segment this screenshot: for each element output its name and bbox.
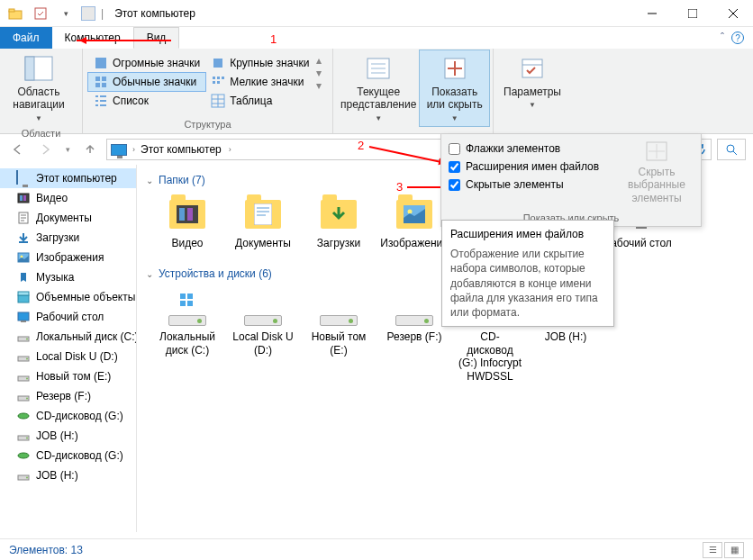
- sidebar-item[interactable]: Локальный диск (C:): [0, 327, 136, 347]
- tab-file[interactable]: Файл: [0, 27, 52, 49]
- svg-rect-58: [187, 301, 193, 306]
- sidebar-item[interactable]: Объемные объекты: [0, 287, 136, 307]
- sidebar-item[interactable]: Документы: [0, 208, 136, 228]
- options-label: Параметры: [504, 86, 561, 98]
- sidebar-item[interactable]: Музыка: [0, 267, 136, 287]
- sidebar-item[interactable]: CD-дисковод (G:): [0, 406, 136, 426]
- history-dropdown[interactable]: ▾: [61, 139, 74, 160]
- show-hide-icon: [440, 54, 469, 83]
- icons-view-button[interactable]: ▦: [724, 542, 744, 558]
- sidebar-item[interactable]: Новый том (E:): [0, 366, 136, 386]
- sidebar-item[interactable]: CD-дисковод (G:): [0, 446, 136, 465]
- svg-rect-16: [217, 81, 220, 84]
- folder-item[interactable]: Изображения: [378, 192, 450, 253]
- back-button[interactable]: [7, 139, 29, 160]
- folder-item[interactable]: Видео: [151, 192, 223, 253]
- drive-item[interactable]: Local Disk U (D:): [227, 285, 299, 386]
- check-label: Скрытые элементы: [466, 178, 564, 191]
- sidebar-icon: [16, 290, 31, 304]
- layout-table[interactable]: Таблица: [205, 92, 314, 110]
- tab-computer[interactable]: Компьютер: [52, 27, 133, 49]
- status-text: Элементов: 13: [9, 544, 83, 556]
- layout-huge-icons[interactable]: Огромные значки: [88, 54, 205, 72]
- layout-normal-icons[interactable]: Обычные значки: [88, 73, 205, 91]
- drive-item[interactable]: Новый том (E:): [303, 285, 375, 386]
- dropdown-icon: ▼: [375, 114, 382, 123]
- check-hidden-items[interactable]: Скрытые элементы: [449, 176, 605, 194]
- options-button[interactable]: Параметры ▼: [497, 50, 567, 113]
- details-view-button[interactable]: ☰: [703, 542, 722, 558]
- scroll-up-icon[interactable]: ▴: [316, 54, 322, 67]
- search-input[interactable]: [717, 139, 746, 160]
- sidebar-label: Объемные объекты: [36, 291, 135, 303]
- drive-item[interactable]: Резерв (F:): [378, 285, 450, 386]
- pc-icon: [81, 6, 95, 21]
- folder-icon: [317, 195, 360, 233]
- show-hide-button[interactable]: Показать или скрыть ▼: [420, 50, 489, 126]
- dropdown-icon: ▼: [35, 114, 42, 123]
- sidebar-item[interactable]: Local Disk U (D:): [0, 347, 136, 366]
- drive-icon: [241, 289, 285, 327]
- item-label: Новый том (E:): [306, 330, 371, 357]
- sidebar-item[interactable]: Видео: [0, 188, 136, 208]
- tab-view[interactable]: Вид: [133, 27, 180, 49]
- item-label: JOB (H:): [545, 330, 587, 343]
- drive-item[interactable]: Локальный диск (C:): [151, 285, 223, 386]
- help-icon[interactable]: ?: [731, 32, 744, 44]
- folder-item[interactable]: Загрузки: [303, 192, 375, 253]
- window-title: Этот компьютер: [114, 7, 195, 20]
- drive-icon: [393, 289, 436, 327]
- layout-list[interactable]: Список: [88, 92, 205, 110]
- sidebar-label: Видео: [36, 192, 68, 204]
- up-button[interactable]: [79, 139, 101, 160]
- current-view-button[interactable]: Текущее представление ▼: [337, 50, 420, 126]
- svg-point-38: [26, 378, 28, 380]
- sidebar-item[interactable]: Рабочий стол: [0, 307, 136, 327]
- svg-rect-2: [35, 8, 46, 19]
- sidebar-item[interactable]: Изображения: [0, 248, 136, 267]
- check-file-extensions[interactable]: Расширения имен файлов: [449, 158, 605, 176]
- collapse-ribbon-icon[interactable]: ˆ: [721, 32, 724, 44]
- expand-icon[interactable]: ▾: [316, 79, 322, 92]
- check-item-flags[interactable]: Флажки элементов: [449, 140, 605, 158]
- sidebar-item[interactable]: JOB (H:): [0, 426, 136, 446]
- breadcrumb-this-pc[interactable]: Этот компьютер›: [141, 143, 231, 156]
- svg-rect-14: [222, 77, 224, 79]
- layout-small-icons[interactable]: Мелкие значки: [205, 73, 314, 91]
- svg-rect-25: [23, 195, 26, 201]
- qat-properties[interactable]: [31, 4, 50, 23]
- sidebar-item[interactable]: Резерв (F:): [0, 386, 136, 406]
- close-button[interactable]: [712, 0, 753, 27]
- chevron-right-icon[interactable]: ›: [132, 145, 135, 154]
- titlebar: ▾ | Этот компьютер: [0, 0, 753, 27]
- check-label: Расширения имен файлов: [466, 160, 599, 173]
- checkbox[interactable]: [449, 143, 460, 155]
- sidebar-label: Документы: [36, 212, 92, 224]
- navigation-pane-button[interactable]: Область навигации ▼: [4, 50, 74, 126]
- folder-item[interactable]: Документы: [227, 192, 299, 253]
- arrow-1: [77, 40, 171, 41]
- sidebar-icon: [16, 171, 31, 185]
- maximize-button[interactable]: [672, 0, 712, 27]
- sidebar-item[interactable]: Загрузки: [0, 228, 136, 248]
- folder-icon: [5, 4, 25, 23]
- sidebar-item[interactable]: JOB (H:): [0, 465, 136, 485]
- layout-label: Таблица: [230, 95, 272, 107]
- forward-button[interactable]: [34, 139, 56, 160]
- scroll-down-icon[interactable]: ▾: [316, 67, 322, 79]
- sidebar-item[interactable]: Этот компьютер: [0, 168, 136, 188]
- svg-rect-48: [179, 208, 185, 221]
- checkbox[interactable]: [449, 179, 460, 191]
- sidebar-icon: [16, 191, 31, 205]
- qat-dropdown[interactable]: ▾: [56, 4, 76, 23]
- svg-point-52: [408, 210, 413, 214]
- checkbox[interactable]: [449, 161, 460, 173]
- layout-large-icons[interactable]: Крупные значки: [205, 54, 314, 72]
- chevron-right-icon[interactable]: ›: [229, 145, 231, 154]
- sidebar-icon: [16, 310, 31, 324]
- svg-point-46: [26, 477, 28, 479]
- section-label: Устройства и диски (6): [159, 267, 272, 280]
- svg-rect-5: [25, 57, 34, 80]
- minimize-button[interactable]: [631, 0, 672, 27]
- layout-label: Обычные значки: [113, 76, 196, 88]
